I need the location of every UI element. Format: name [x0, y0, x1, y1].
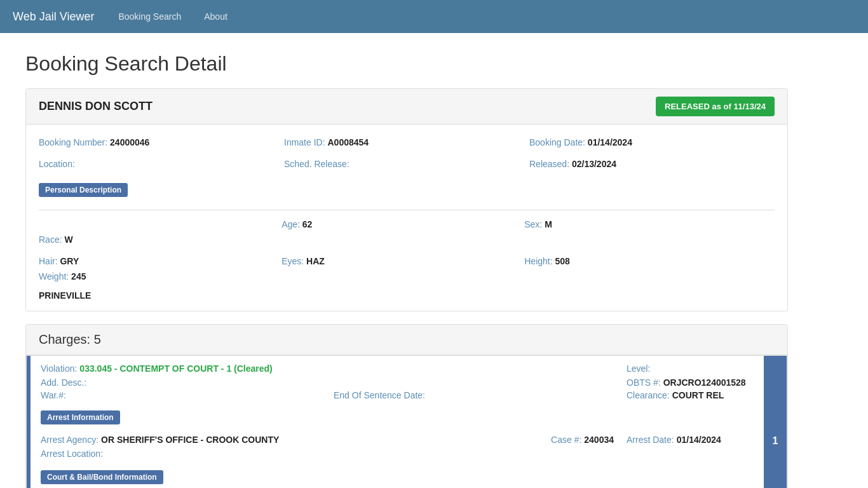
booking-date-value: 01/14/2024 — [588, 137, 632, 147]
page-title: Booking Search Detail — [25, 52, 788, 76]
clearance-label: Clearance: — [627, 390, 670, 400]
charge-number: 1 — [764, 356, 787, 488]
arrest-agency-label: Arrest Agency: — [41, 435, 98, 445]
sex-cell: Sex: M — [524, 217, 651, 232]
inmate-id-cell: Inmate ID: A0008454 — [284, 135, 529, 150]
level-row: Level: — [627, 363, 754, 374]
booking-number-value: 24000046 — [110, 137, 149, 147]
weight-value: 245 — [71, 271, 86, 281]
released-badge: RELEASED as of 11/13/24 — [656, 97, 775, 116]
weight-label: Weight: — [39, 271, 69, 281]
hair-value: GRY — [60, 256, 79, 266]
weight-cell: Weight: 245 — [39, 269, 201, 284]
nav-booking-search[interactable]: Booking Search — [113, 8, 186, 25]
race-label: Race: — [39, 234, 62, 245]
charges-card-header: Charges: 5 — [26, 325, 787, 355]
booking-number-cell: Booking Number: 24000046 — [39, 135, 284, 150]
hair-cell: Hair: GRY — [39, 254, 281, 269]
navbar-brand[interactable]: Web Jail Viewer — [13, 10, 94, 24]
age-label: Age: — [281, 219, 300, 229]
charge-item: Violation: 033.045 - CONTEMPT OF COURT -… — [26, 355, 787, 488]
released-cell: Released: 02/13/2024 — [529, 156, 775, 172]
nav-about[interactable]: About — [199, 8, 233, 25]
level-label: Level: — [627, 363, 650, 374]
sex-label: Sex: — [524, 219, 542, 229]
booking-date-label: Booking Date: — [529, 137, 585, 147]
case-number-value: 240034 — [584, 435, 614, 445]
arrest-agency-row: Arrest Agency: OR SHERIFF'S OFFICE - CRO… — [41, 435, 538, 445]
arrest-date-label: Arrest Date: — [627, 435, 674, 445]
case-row: Case #: 240034 — [551, 435, 614, 445]
violation-row: Violation: 033.045 - CONTEMPT OF COURT -… — [41, 363, 273, 374]
end-sentence-label: End Of Sentence Date: — [334, 390, 425, 400]
height-cell: Height: 508 — [524, 254, 651, 269]
released-label: Released: — [529, 159, 569, 169]
clearance-value: COURT REL — [672, 390, 724, 400]
charge-content: Violation: 033.045 - CONTEMPT OF COURT -… — [31, 356, 764, 488]
inmate-city: PRINEVILLE — [39, 290, 775, 301]
inmate-card-header: DENNIS DON SCOTT RELEASED as of 11/13/24 — [26, 89, 787, 125]
arrest-location-label: Arrest Location: — [41, 449, 103, 459]
age-cell-val: Age: 62 — [281, 217, 524, 232]
war-label: War.#: — [41, 390, 66, 400]
personal-desc-row2: Hair: GRY Eyes: HAZ Height: 508 Weight: … — [39, 254, 775, 284]
released-date-value: 02/13/2024 — [572, 159, 616, 169]
add-desc-label: Add. Desc.: — [41, 377, 86, 388]
arrest-date-value: 01/14/2024 — [677, 435, 721, 445]
obts-label: OBTS #: — [627, 377, 661, 388]
charges-title: Charges: 5 — [39, 332, 101, 346]
sched-release-cell: Sched. Release: — [284, 156, 529, 172]
personal-desc-row1: Age: 62 Sex: M Race: W — [39, 217, 775, 247]
inmate-card-body: Booking Number: 24000046 Inmate ID: A000… — [26, 125, 787, 311]
inmate-name: DENNIS DON SCOTT — [39, 100, 153, 113]
eyes-cell: Eyes: HAZ — [281, 254, 524, 269]
height-value: 508 — [555, 256, 570, 266]
divider — [39, 210, 775, 210]
arrest-agency-value: OR SHERIFF'S OFFICE - CROOK COUNTY — [101, 435, 279, 445]
race-value: W — [64, 234, 72, 245]
add-desc-row: Add. Desc.: — [41, 377, 89, 388]
booking-number-label: Booking Number: — [39, 137, 107, 147]
height-label: Height: — [524, 256, 552, 266]
violation-label: Violation: — [41, 363, 77, 374]
navbar: Web Jail Viewer Booking Search About — [0, 0, 868, 33]
clearance-row: Clearance: COURT REL — [627, 390, 754, 400]
court-bail-badge: Court & Bail/Bond Information — [41, 470, 163, 484]
eyes-label: Eyes: — [281, 256, 304, 266]
inmate-id-value: A0008454 — [327, 137, 369, 147]
location-info-row: Location: Sched. Release: Released: 02/1… — [39, 156, 775, 172]
hair-label: Hair: — [39, 256, 58, 266]
age-value: 62 — [302, 219, 313, 229]
end-sentence-row: End Of Sentence Date: — [334, 390, 627, 400]
obts-value: ORJCRO124001528 — [663, 377, 746, 388]
sex-value: M — [545, 219, 552, 229]
arrest-location-row: Arrest Location: — [41, 449, 754, 459]
race-cell: Race: W — [39, 232, 201, 247]
location-label: Location: — [39, 159, 75, 169]
eyes-value: HAZ — [306, 256, 325, 266]
page-content: Booking Search Detail DENNIS DON SCOTT R… — [0, 33, 813, 488]
booking-info-row: Booking Number: 24000046 Inmate ID: A000… — [39, 135, 775, 150]
obts-row: OBTS #: ORJCRO124001528 — [627, 377, 754, 388]
inmate-card: DENNIS DON SCOTT RELEASED as of 11/13/24… — [25, 88, 788, 311]
personal-desc-badge: Personal Description — [39, 183, 128, 197]
booking-date-cell: Booking Date: 01/14/2024 — [529, 135, 775, 150]
inmate-id-label: Inmate ID: — [284, 137, 325, 147]
war-row: War.#: — [41, 390, 334, 400]
sched-release-label: Sched. Release: — [284, 159, 349, 169]
violation-value: 033.045 - CONTEMPT OF COURT - 1 (Cleared… — [79, 363, 272, 374]
arrest-info-badge: Arrest Information — [41, 410, 120, 424]
arrest-date-row: Arrest Date: 01/14/2024 — [627, 435, 754, 445]
case-label: Case #: — [551, 435, 581, 445]
age-cell — [39, 217, 281, 232]
location-cell: Location: — [39, 156, 284, 172]
charges-card: Charges: 5 Violation: 033.045 - CONTEMPT… — [25, 324, 788, 488]
